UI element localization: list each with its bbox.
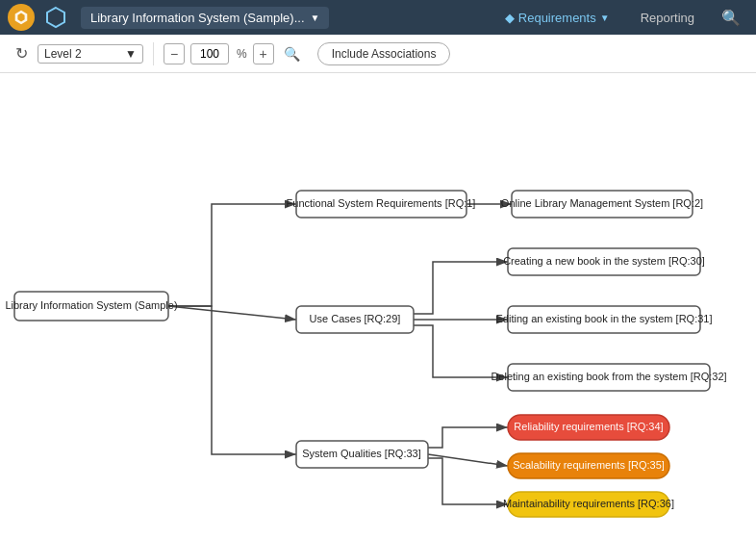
level-select[interactable]: Level 2 ▼: [38, 44, 143, 64]
node-n7-label: System Qualities [RQ:33]: [302, 448, 421, 459]
toolbar-separator-1: [153, 42, 154, 65]
nav-project-caret: ▼: [311, 13, 320, 23]
app-logo[interactable]: [8, 4, 35, 31]
svg-marker-0: [47, 8, 64, 27]
nav-project-selector[interactable]: Library Information System (Sample)... ▼: [81, 7, 329, 29]
node-n10-label: Maintainability requirements [RQ:36]: [503, 498, 674, 509]
nav-requirements-caret: ▼: [600, 13, 610, 23]
node-n4-label: Creating a new book in the system [RQ:30…: [503, 255, 705, 267]
nav-requirements-label: Requirements: [518, 11, 596, 25]
level-label: Level 2: [44, 47, 82, 61]
zoom-plus-button[interactable]: +: [253, 43, 274, 64]
include-associations-button[interactable]: Include Associations: [317, 42, 451, 65]
node-n9-label: Scalability requirements [RQ:35]: [513, 459, 665, 471]
zoom-input[interactable]: [190, 43, 229, 64]
zoom-percent-label: %: [237, 47, 247, 61]
node-n3-label: Use Cases [RQ:29]: [310, 313, 401, 324]
nav-bar: Library Information System (Sample)... ▼…: [0, 0, 756, 35]
diagram-search-button[interactable]: 🔍: [280, 44, 304, 64]
nav-reporting-link[interactable]: Reporting: [625, 7, 710, 29]
toolbar: ↻ Level 2 ▼ − % + 🔍 Include Associations: [0, 35, 756, 73]
zoom-minus-button[interactable]: −: [164, 43, 185, 64]
nav-project-name: Library Information System (Sample)...: [90, 11, 305, 25]
node-n8-label: Reliability requirements [RQ:34]: [514, 421, 663, 432]
node-n6-label: Deleting an existing book from the syste…: [491, 371, 726, 382]
nav-hexagon-icon: [42, 4, 69, 31]
nav-requirements-menu[interactable]: ◆ Requirements ▼: [493, 7, 621, 29]
diagram-area: Library Information System (Sample) Func…: [0, 73, 756, 540]
refresh-button[interactable]: ↻: [12, 40, 32, 66]
node-root-label: Library Information System (Sample): [5, 299, 177, 311]
diagram-svg: Library Information System (Sample) Func…: [0, 73, 756, 540]
node-n1-label: Functional System Requirements [RQ:1]: [287, 197, 476, 209]
node-n5-label: Editing an existing book in the system […: [495, 313, 712, 324]
nav-search-button[interactable]: 🔍: [714, 5, 748, 31]
level-caret: ▼: [125, 47, 137, 61]
node-n2-label: Online Library Management System [RQ:2]: [501, 197, 703, 209]
